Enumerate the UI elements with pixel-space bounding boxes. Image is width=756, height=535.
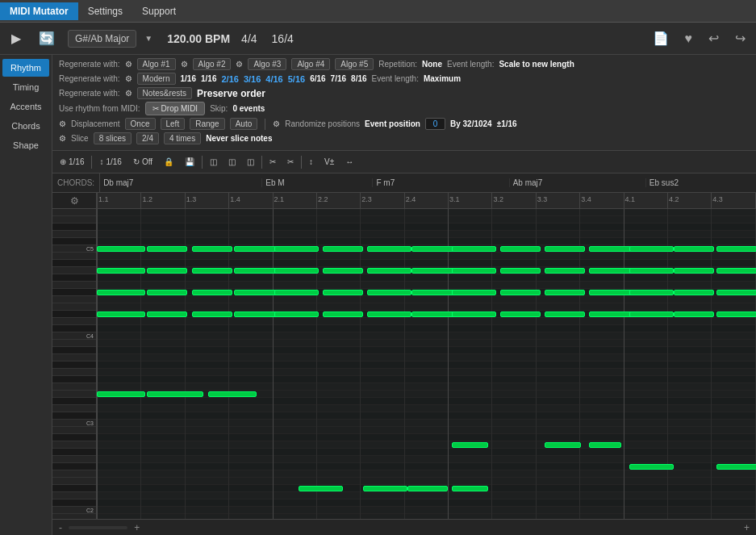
undo-button[interactable]: ↩ <box>704 29 723 48</box>
t2-align-center[interactable]: ◫ <box>224 156 240 168</box>
note-block-31[interactable] <box>411 311 456 317</box>
piano-key-eb3[interactable] <box>52 398 96 405</box>
piano-key-g2[interactable] <box>52 456 96 463</box>
note-block-39[interactable] <box>589 268 633 274</box>
note-block-12[interactable] <box>97 311 145 317</box>
times-btn[interactable]: 4 times <box>164 132 201 144</box>
note-block-32[interactable] <box>452 246 496 252</box>
note-block-5[interactable] <box>147 268 187 274</box>
slices-btn[interactable]: 8 slices <box>94 132 132 144</box>
note-block-58[interactable] <box>716 290 756 295</box>
piano-key-b2[interactable] <box>52 427 96 434</box>
piano-key-c3[interactable]: C3 <box>52 420 96 427</box>
note-block-65[interactable] <box>147 391 203 397</box>
piano-key-f3[interactable] <box>52 383 96 391</box>
modern-btn[interactable]: Modern <box>137 73 176 85</box>
loop-button[interactable]: 🔄 <box>34 29 60 48</box>
t2-updown[interactable]: ↕ <box>305 156 317 168</box>
t2-val2[interactable]: ↕ 1/16 <box>95 156 125 168</box>
note-block-74[interactable] <box>407 486 448 491</box>
piano-key-g4[interactable] <box>52 282 96 289</box>
note-block-6[interactable] <box>192 268 232 274</box>
note-block-73[interactable] <box>363 486 407 491</box>
piano-key-db3[interactable] <box>52 412 96 420</box>
note-block-30[interactable] <box>367 311 411 317</box>
algo3-btn[interactable]: Algo #3 <box>248 58 286 70</box>
piano-key-bb2[interactable] <box>52 434 96 441</box>
note-block-44[interactable] <box>452 311 496 317</box>
note-block-0[interactable] <box>97 246 145 252</box>
piano-key-d3[interactable] <box>52 405 96 412</box>
piano-key-ab3[interactable] <box>52 362 96 369</box>
piano-key-c5[interactable]: C5 <box>52 245 96 253</box>
t2-cut1[interactable]: ✂ <box>265 156 280 168</box>
piano-key-g3[interactable] <box>52 369 96 376</box>
note-block-24[interactable] <box>274 290 319 295</box>
algo2-btn[interactable]: Algo #2 <box>193 58 232 70</box>
note-block-36[interactable] <box>452 268 496 274</box>
note-block-62[interactable] <box>716 311 756 317</box>
note-block-60[interactable] <box>629 311 674 317</box>
play-button[interactable]: ▶ <box>6 29 26 48</box>
t2-expand[interactable]: ↔ <box>341 156 357 168</box>
note-block-28[interactable] <box>274 311 319 317</box>
note-block-25[interactable] <box>323 290 363 295</box>
t2-align-left[interactable]: ◫ <box>206 156 221 168</box>
algo1-btn[interactable]: Algo #1 <box>137 58 176 70</box>
note-block-4[interactable] <box>97 268 145 274</box>
num-val[interactable]: 0 <box>425 118 445 130</box>
note-block-37[interactable] <box>500 268 541 274</box>
piano-key-db4[interactable] <box>52 325 96 332</box>
range-btn[interactable]: Range <box>190 118 224 130</box>
note-block-69[interactable] <box>589 442 621 448</box>
note-block-23[interactable] <box>411 268 456 274</box>
redo-button[interactable]: ↪ <box>731 29 750 48</box>
favorite-button[interactable]: ♥ <box>681 30 697 48</box>
piano-key-d2[interactable] <box>52 492 96 499</box>
note-block-50[interactable] <box>716 246 756 252</box>
note-block-75[interactable] <box>452 486 488 491</box>
sidebar-chords[interactable]: Chords <box>2 117 49 135</box>
note-block-66[interactable] <box>208 391 257 397</box>
piano-key-eb4[interactable] <box>52 311 96 318</box>
note-block-19[interactable] <box>411 246 456 252</box>
menu-support[interactable]: Support <box>132 2 186 20</box>
note-block-27[interactable] <box>411 290 456 295</box>
note-block-57[interactable] <box>674 290 714 295</box>
zoom-slider[interactable] <box>69 526 127 529</box>
piano-key-ab4[interactable] <box>52 274 96 282</box>
note-block-33[interactable] <box>500 246 541 252</box>
piano-key-db2[interactable] <box>52 499 96 507</box>
note-block-47[interactable] <box>589 311 633 317</box>
note-block-53[interactable] <box>674 268 714 274</box>
key-selector[interactable]: G#/Ab Major <box>68 30 136 48</box>
note-block-48[interactable] <box>629 246 674 252</box>
menu-settings[interactable]: Settings <box>78 2 132 20</box>
ratio-btn[interactable]: 2/4 <box>136 132 159 144</box>
piano-key-bb4[interactable] <box>52 260 96 267</box>
piano-key-bb3[interactable] <box>52 347 96 354</box>
note-block-22[interactable] <box>367 268 411 274</box>
note-block-8[interactable] <box>97 290 145 295</box>
piano-key-a4[interactable] <box>52 267 96 274</box>
note-block-29[interactable] <box>323 311 363 317</box>
piano-key-f4[interactable] <box>52 296 96 303</box>
piano-key-b4[interactable] <box>52 253 96 260</box>
note-block-9[interactable] <box>147 290 187 295</box>
note-block-70[interactable] <box>629 464 674 470</box>
note-block-34[interactable] <box>545 246 585 252</box>
note-block-49[interactable] <box>674 246 714 252</box>
note-block-18[interactable] <box>367 246 411 252</box>
zoom-in-btn[interactable]: + <box>134 522 140 533</box>
grid-area[interactable] <box>97 209 756 519</box>
piano-key-e3[interactable] <box>52 391 96 398</box>
note-block-45[interactable] <box>500 311 541 317</box>
piano-key-ab2[interactable] <box>52 449 96 456</box>
note-block-2[interactable] <box>192 246 232 252</box>
note-block-1[interactable] <box>147 246 187 252</box>
piano-key-a2[interactable] <box>52 441 96 449</box>
piano-key-eb2[interactable] <box>52 485 96 492</box>
t2-save-icon[interactable]: 💾 <box>181 156 198 168</box>
t2-val1[interactable]: ⊕ 1/16 <box>56 156 88 168</box>
piano-key-a3[interactable] <box>52 354 96 362</box>
